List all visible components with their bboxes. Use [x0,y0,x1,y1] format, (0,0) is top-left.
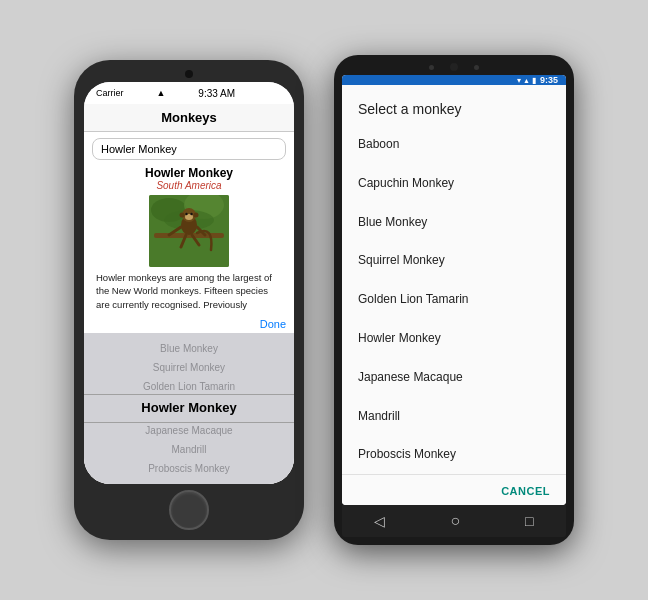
picker-item-4[interactable]: Japanese Macaque [84,421,294,440]
list-item-japanese[interactable]: Japanese Macaque [342,358,566,397]
list-item-proboscis[interactable]: Proboscis Monkey [342,435,566,474]
list-item-howler[interactable]: Howler Monkey [342,319,566,358]
picker-item-1[interactable]: Squirrel Monkey [84,358,294,377]
android-dialog: Select a monkey Baboon Capuchin Monkey B… [342,85,566,505]
svg-point-8 [185,213,187,215]
battery-icon [268,90,282,97]
cancel-button[interactable]: CANCEL [493,479,558,503]
picker-items-list: Blue Monkey Squirrel Monkey Golden Lion … [84,339,294,478]
android-screen: ▾ ▲ ▮ 9:35 Select a monkey Baboon Capuch… [342,75,566,505]
list-item-squirrel[interactable]: Squirrel Monkey [342,241,566,280]
picker-bottom-separator [84,422,294,423]
dialog-list: Baboon Capuchin Monkey Blue Monkey Squir… [342,125,566,474]
iphone-search-field[interactable]: Howler Monkey [92,138,286,160]
home-button[interactable]: ○ [450,512,460,530]
dialog-title: Select a monkey [342,85,566,125]
wifi-icon: ▾ [517,76,521,85]
svg-point-9 [190,213,192,215]
list-item-capuchin[interactable]: Capuchin Monkey [342,164,566,203]
wifi-icon: ▲ [156,88,165,98]
battery-icon: ▮ [532,76,536,85]
recent-button[interactable]: □ [525,513,533,529]
iphone-screen: Carrier ▲ 9:33 AM Monkeys Howler Monkey … [84,82,294,484]
monkey-region: South America [94,180,284,191]
android-device: ▾ ▲ ▮ 9:35 Select a monkey Baboon Capuch… [334,55,574,545]
picker-item-2[interactable]: Golden Lion Tamarin [84,377,294,396]
picker-item-3-selected[interactable]: Howler Monkey [84,396,294,421]
back-button[interactable]: ◁ [374,513,385,529]
iphone-nav-bar: Monkeys [84,104,294,132]
iphone-status-bar: Carrier ▲ 9:33 AM [84,82,294,104]
iphone-content: Howler Monkey Howler Monkey South Americ… [84,132,294,484]
iphone-home-button[interactable] [169,490,209,530]
monkey-description: Howler monkeys are among the largest of … [94,271,284,311]
iphone-picker[interactable]: Blue Monkey Squirrel Monkey Golden Lion … [84,333,294,484]
monkey-image [149,195,229,267]
android-status-bar: ▾ ▲ ▮ 9:35 [342,75,566,85]
iphone-device: Carrier ▲ 9:33 AM Monkeys Howler Monkey … [74,60,304,540]
signal-icon: ▲ [523,77,530,84]
svg-point-10 [180,213,185,218]
monkey-name: Howler Monkey [94,166,284,180]
done-button[interactable]: Done [84,315,294,333]
list-item-golden[interactable]: Golden Lion Tamarin [342,280,566,319]
list-item-blue[interactable]: Blue Monkey [342,203,566,242]
carrier-label: Carrier [96,88,124,98]
android-status-icons: ▾ ▲ ▮ [517,76,536,85]
iphone-nav-title: Monkeys [161,110,217,125]
android-nav-bar: ◁ ○ □ [342,505,566,537]
dialog-actions: CANCEL [342,474,566,505]
android-status-time: 9:35 [540,75,558,85]
search-value: Howler Monkey [101,143,177,155]
list-item-baboon[interactable]: Baboon [342,125,566,164]
status-time: 9:33 AM [198,88,235,99]
svg-point-11 [194,213,199,218]
iphone-detail-section: Howler Monkey South America [84,166,294,315]
picker-top-separator [84,394,294,395]
picker-item-6[interactable]: Proboscis Monkey [84,459,294,478]
picker-item-5[interactable]: Mandrill [84,440,294,459]
picker-item-0[interactable]: Blue Monkey [84,339,294,358]
list-item-mandrill[interactable]: Mandrill [342,397,566,436]
